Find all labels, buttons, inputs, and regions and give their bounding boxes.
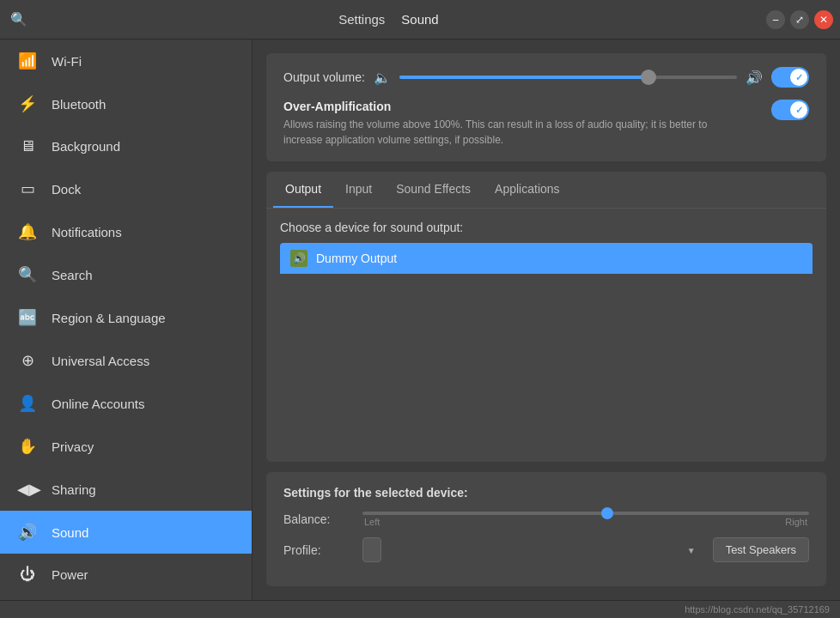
universal-icon: ⊕ — [17, 351, 38, 370]
sidebar-label-bluetooth: Bluetooth — [52, 97, 106, 112]
over-amplification-description: Allows raising the volume above 100%. Th… — [283, 117, 713, 148]
sidebar-label-sound: Sound — [52, 525, 88, 540]
sidebar-item-privacy[interactable]: ✋ Privacy — [0, 425, 252, 468]
volume-row: Output volume: 🔈 🔊 — [283, 67, 809, 88]
window-controls: – ⤢ ✕ — [766, 10, 833, 29]
maximize-button[interactable]: ⤢ — [790, 10, 809, 29]
sidebar-item-sharing[interactable]: ◀▶ Sharing — [0, 468, 252, 511]
over-amplification-row: Over-Amplification Allows raising the vo… — [283, 100, 809, 148]
search-icon: 🔍 — [10, 11, 27, 27]
statusbar: https://blog.csdn.net/qq_35712169 — [0, 600, 840, 618]
balance-label: Balance: — [283, 512, 352, 526]
page-title: Sound — [401, 12, 438, 27]
app-body: 📶 Wi-Fi ⚡ Bluetooth 🖥 Background ▭ Dock … — [0, 39, 840, 600]
background-icon: 🖥 — [17, 137, 38, 155]
settings-title: Settings — [338, 12, 385, 27]
main-content: Output volume: 🔈 🔊 Over-Amplification Al… — [253, 39, 840, 600]
search-sidebar-icon: 🔍 — [17, 265, 38, 284]
sidebar-item-wifi[interactable]: 📶 Wi-Fi — [0, 39, 252, 82]
sidebar-label-background: Background — [52, 139, 120, 154]
close-button[interactable]: ✕ — [814, 10, 833, 29]
volume-slider[interactable] — [399, 76, 737, 79]
region-icon: 🔤 — [17, 308, 38, 327]
balance-labels: Left Right — [362, 517, 809, 527]
bluetooth-icon: ⚡ — [17, 94, 38, 113]
sidebar-label-dock: Dock — [52, 182, 81, 197]
sidebar-label-search: Search — [52, 268, 93, 282]
sidebar-item-background[interactable]: 🖥 Background — [0, 125, 252, 167]
power-icon: ⏻ — [17, 566, 38, 584]
sidebar-label-power: Power — [52, 567, 88, 582]
volume-high-icon: 🔊 — [746, 70, 763, 86]
dock-icon: ▭ — [17, 179, 38, 198]
profile-select-wrapper — [362, 537, 703, 562]
volume-label: Output volume: — [283, 70, 365, 84]
sidebar-label-universal: Universal Access — [52, 354, 149, 368]
sidebar-item-notifications[interactable]: 🔔 Notifications — [0, 210, 252, 253]
test-speakers-button[interactable]: Test Speakers — [713, 537, 809, 562]
sidebar-item-power[interactable]: ⏻ Power — [0, 554, 252, 596]
sidebar-item-dock[interactable]: ▭ Dock — [0, 167, 252, 210]
choose-device-label: Choose a device for sound output: — [280, 221, 813, 234]
online-accounts-icon: 👤 — [17, 394, 38, 413]
device-item-dummy[interactable]: 🔊 Dummy Output — [280, 243, 813, 274]
sidebar-label-online-accounts: Online Accounts — [52, 397, 144, 411]
tabs-body: Choose a device for sound output: 🔊 Dumm… — [266, 209, 826, 427]
volume-toggle-track — [771, 67, 809, 88]
volume-card: Output volume: 🔈 🔊 Over-Amplification Al… — [266, 53, 826, 161]
over-amplification-toggle[interactable] — [771, 100, 809, 120]
tab-applications[interactable]: Applications — [483, 172, 572, 208]
device-label-dummy: Dummy Output — [316, 251, 397, 265]
sidebar: 📶 Wi-Fi ⚡ Bluetooth 🖥 Background ▭ Dock … — [0, 39, 253, 600]
sharing-icon: ◀▶ — [17, 480, 38, 499]
privacy-icon: ✋ — [17, 437, 38, 456]
selected-device-title: Settings for the selected device: — [283, 486, 809, 500]
over-amplification-title: Over-Amplification — [283, 100, 713, 113]
tabs-card: Output Input Sound Effects Applications … — [266, 172, 826, 462]
sidebar-item-search[interactable]: 🔍 Search — [0, 253, 252, 296]
sidebar-item-sound[interactable]: 🔊 Sound — [0, 511, 252, 554]
balance-slider-container: Left Right — [362, 512, 809, 527]
sidebar-item-region[interactable]: 🔤 Region & Language — [0, 296, 252, 339]
balance-slider[interactable] — [362, 512, 809, 515]
volume-low-icon: 🔈 — [374, 70, 391, 86]
balance-row: Balance: Left Right — [283, 512, 809, 527]
balance-left-label: Left — [364, 517, 380, 527]
device-icon-dummy: 🔊 — [290, 250, 307, 267]
sidebar-label-notifications: Notifications — [52, 225, 122, 239]
sidebar-label-region: Region & Language — [52, 311, 166, 325]
tab-input[interactable]: Input — [333, 172, 384, 208]
balance-right-label: Right — [785, 517, 807, 527]
minimize-button[interactable]: – — [766, 10, 785, 29]
device-list: 🔊 Dummy Output — [280, 243, 813, 415]
sidebar-item-universal[interactable]: ⊕ Universal Access — [0, 339, 252, 382]
tab-output[interactable]: Output — [273, 172, 333, 208]
sidebar-label-sharing: Sharing — [52, 482, 96, 497]
over-amp-toggle-thumb — [790, 101, 807, 118]
sidebar-item-online-accounts[interactable]: 👤 Online Accounts — [0, 382, 252, 425]
over-amp-toggle-track — [771, 100, 809, 120]
profile-select[interactable] — [362, 537, 381, 562]
volume-slider-container — [399, 69, 737, 86]
profile-label: Profile: — [283, 543, 352, 557]
titlebar: 🔍 Settings Sound – ⤢ ✕ — [0, 0, 840, 39]
wifi-icon: 📶 — [17, 52, 38, 70]
tab-sound-effects[interactable]: Sound Effects — [384, 172, 483, 208]
sound-icon: 🔊 — [17, 523, 38, 542]
statusbar-url: https://blog.csdn.net/qq_35712169 — [685, 604, 830, 615]
profile-row: Profile: Test Speakers — [283, 537, 809, 562]
sidebar-item-bluetooth[interactable]: ⚡ Bluetooth — [0, 82, 252, 125]
over-amplification-text: Over-Amplification Allows raising the vo… — [283, 100, 713, 148]
volume-toggle[interactable] — [771, 67, 809, 88]
sidebar-label-wifi: Wi-Fi — [52, 54, 82, 69]
tabs-header: Output Input Sound Effects Applications — [266, 172, 826, 209]
volume-toggle-thumb — [790, 69, 807, 86]
selected-device-card: Settings for the selected device: Balanc… — [266, 472, 826, 586]
notifications-icon: 🔔 — [17, 222, 38, 241]
sidebar-label-privacy: Privacy — [52, 439, 94, 454]
